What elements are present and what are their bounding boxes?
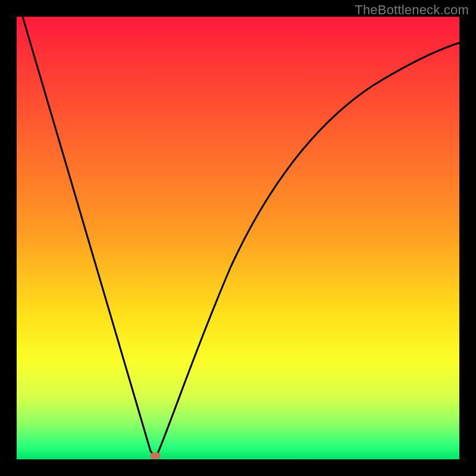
bottleneck-curve <box>17 17 459 459</box>
chart-frame: TheBottleneck.com <box>0 0 476 476</box>
watermark-text: TheBottleneck.com <box>355 2 469 18</box>
min-point-marker <box>151 453 160 459</box>
plot-area <box>17 17 459 459</box>
